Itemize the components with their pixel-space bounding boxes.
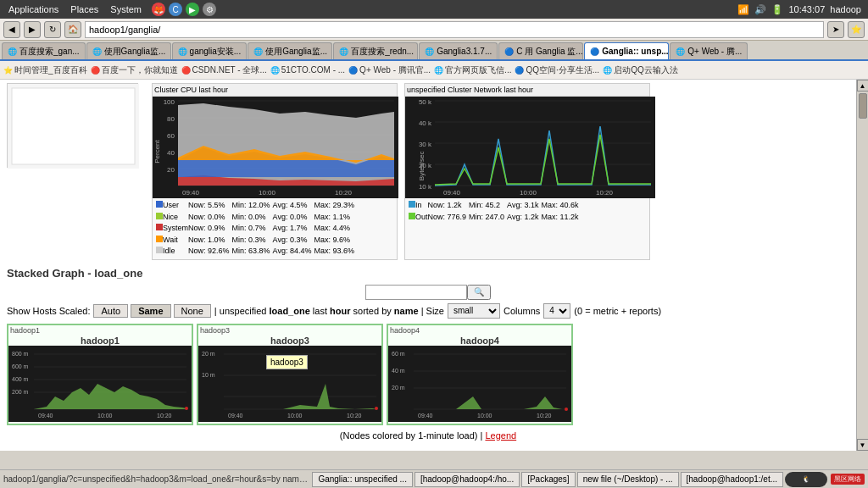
host-hadoop1[interactable]: hadoop1 hadoop1 800 m 600 m 400 m 200 m xyxy=(7,324,193,425)
show-hosts-row: Show Hosts Scaled: Auto Same None | unsp… xyxy=(7,303,849,319)
scroll-thumb[interactable] xyxy=(859,93,867,119)
hadoop1-sublabel: hadoop1 xyxy=(8,325,192,336)
back-button[interactable]: ◀ xyxy=(3,21,20,38)
forward-button[interactable]: ▶ xyxy=(24,21,41,38)
address-bar[interactable]: hadoop1/ganglia/ xyxy=(85,21,824,38)
menu-app-icons: 🦊 C ▶ ⚙ xyxy=(152,3,216,16)
svg-text:10:20: 10:20 xyxy=(157,413,172,419)
svg-text:40 m: 40 m xyxy=(392,368,405,374)
refresh-button[interactable]: ↻ xyxy=(44,21,61,38)
svg-rect-22 xyxy=(405,97,655,198)
none-button[interactable]: None xyxy=(174,304,211,318)
bookmark-0[interactable]: ⭐时间管理_百度百科 xyxy=(3,64,87,76)
scroll-down-button[interactable]: ▼ xyxy=(857,439,869,451)
bookmark-7[interactable]: 🌐启动QQ云输入法 xyxy=(603,64,678,76)
svg-text:10:00: 10:00 xyxy=(97,413,113,419)
footer-info: Ganglia Web Frontend version 3.5.1 Check… xyxy=(7,447,849,452)
bookmark-label-4: Q+ Web - 腾讯官... xyxy=(359,64,431,76)
menu-places[interactable]: Places xyxy=(65,3,103,16)
app-icon-4[interactable]: ⚙ xyxy=(203,3,216,16)
tab-label-2: ganglia安装... xyxy=(190,46,242,58)
svg-point-62 xyxy=(375,407,378,410)
app-icon-3[interactable]: ▶ xyxy=(186,3,199,16)
bookmark-6[interactable]: 🔵QQ空间·分享生活... xyxy=(515,64,599,76)
net-chart-svg: 50 k 40 k 30 k 20 k 10 k 09:40 10:00 10:… xyxy=(405,97,655,198)
bookmark-icon-1: 🔴 xyxy=(91,66,100,75)
thumbnail-chart xyxy=(8,84,139,169)
host-hadoop4[interactable]: hadoop4 hadoop4 60 m 40 m 20 m 09:40 xyxy=(387,324,573,425)
statusbar-item-4[interactable]: [hadoop@hadoop1:/et... xyxy=(681,472,783,487)
browser-tab-1[interactable]: 🌐使用Ganglia监... xyxy=(86,42,171,59)
size-select[interactable]: small medium large xyxy=(448,303,500,319)
statusbar-item-3[interactable]: new file (~/Desktop) - ... xyxy=(577,472,679,487)
hadoop1-title: hadoop1 xyxy=(8,336,192,346)
bookmark-4[interactable]: 🔵Q+ Web - 腾讯官... xyxy=(348,64,431,76)
content-area: Cluster CPU last hour 100 80 xyxy=(0,80,868,451)
menubar: Applications Places System 🦊 C ▶ ⚙ 📶 🔊 🔋… xyxy=(0,0,868,19)
browser-tab-4[interactable]: 🌐百度搜索_redn... xyxy=(333,42,418,59)
cpu-chart: Cluster CPU last hour 100 80 xyxy=(152,83,398,260)
search-input[interactable] xyxy=(365,285,467,300)
statusbar-item-2[interactable]: [Packages] xyxy=(521,472,575,487)
home-button[interactable]: 🏠 xyxy=(64,21,81,38)
cpu-chart-svg: 100 80 60 40 20 Percent xyxy=(153,97,398,198)
tab-bar: 🌐百度搜索_gan...🌐使用Ganglia监...🌐ganglia安装...🌐… xyxy=(0,41,868,61)
bookmark-icon-4: 🔵 xyxy=(348,66,358,75)
same-button[interactable]: Same xyxy=(131,304,170,318)
tab-label-1: 使用Ganglia监... xyxy=(104,46,166,58)
bookmark-icon-2: 🔴 xyxy=(181,66,191,75)
menu-system[interactable]: System xyxy=(105,3,147,16)
svg-text:10:00: 10:00 xyxy=(259,189,276,197)
check-updates-link1[interactable]: Check for Updates xyxy=(465,451,542,452)
bookmark-1[interactable]: 🔴百度一下，你就知道 xyxy=(91,64,178,76)
legend-link[interactable]: Legend xyxy=(485,430,516,441)
bookmark-label-3: 51CTO.COM - ... xyxy=(281,65,345,75)
browser-tab-3[interactable]: 🌐使用Ganglia监... xyxy=(248,42,332,59)
bookmark-2[interactable]: 🔴CSDN.NET - 全球... xyxy=(181,64,267,76)
section-title: Stacked Graph - load_one xyxy=(7,267,849,280)
bookmark-5[interactable]: 🌐官方网页版飞信... xyxy=(434,64,511,76)
net-chart: unspecified Cluster Network last hour By… xyxy=(404,83,650,260)
go-button[interactable]: ➤ xyxy=(827,21,844,38)
scroll-up-button[interactable]: ▲ xyxy=(857,80,869,92)
browser-tab-2[interactable]: 🌐ganglia安装... xyxy=(172,42,248,59)
tab-label-3: 使用Ganglia监... xyxy=(265,46,327,58)
tab-icon-1: 🌐 xyxy=(92,47,102,56)
svg-text:10:20: 10:20 xyxy=(335,189,353,197)
bookmark-icon-6: 🔵 xyxy=(515,66,524,75)
browser-tab-5[interactable]: 🌐Ganglia3.1.7... xyxy=(419,42,498,59)
browser-tab-0[interactable]: 🌐百度搜索_gan... xyxy=(2,42,86,59)
search-button[interactable]: 🔍 xyxy=(467,285,491,300)
auto-button[interactable]: Auto xyxy=(93,304,128,318)
load-section: Stacked Graph - load_one 🔍 Show Hosts Sc… xyxy=(7,267,849,452)
scrollbar-right: ▲ ▼ xyxy=(856,80,868,451)
svg-text:10:00: 10:00 xyxy=(520,189,537,197)
statusbar-item-1[interactable]: [hadoop@hadoop4:/ho... xyxy=(415,472,520,487)
net-chart-title: unspecified Cluster Network last hour xyxy=(407,86,533,94)
nodes-note: (Nodes colored by 1-minute load) | Legen… xyxy=(7,430,849,441)
cpu-chart-title: Cluster CPU last hour xyxy=(154,86,228,94)
bookmark-label-7: 启动QQ云输入法 xyxy=(614,64,678,76)
chrome-icon[interactable]: C xyxy=(169,3,182,16)
hostname-label: hadoop xyxy=(830,4,861,14)
svg-text:09:40: 09:40 xyxy=(418,413,433,419)
tab-label-7: Ganglia:: unsp... xyxy=(602,47,668,56)
tab-label-5: Ganglia3.1.7... xyxy=(437,47,492,56)
svg-point-75 xyxy=(565,408,568,411)
firefox-icon[interactable]: 🦊 xyxy=(152,3,165,16)
bookmark-button[interactable]: ⭐ xyxy=(848,21,865,38)
svg-text:09:40: 09:40 xyxy=(38,413,53,419)
browser-tab-7[interactable]: 🔵Ganglia:: unsp... xyxy=(584,42,669,59)
host-hadoop3[interactable]: hadoop3 hadoop3 20 m 10 m 09:40 10:00 xyxy=(197,324,383,425)
statusbar-item-0[interactable]: Ganglia:: unspecified ... xyxy=(312,472,413,487)
filter-text: | unspecified load_one last hour sorted … xyxy=(214,306,444,316)
tray-network-icon: 📶 xyxy=(737,4,749,15)
browser-tab-8[interactable]: 🌐Q+ Web - 腾... xyxy=(670,42,748,59)
bookmark-3[interactable]: 🌐51CTO.COM - ... xyxy=(270,65,345,75)
browser-tab-6[interactable]: 🔵C 用 Ganglia 监... xyxy=(498,42,583,59)
columns-select[interactable]: 4 3 2 1 xyxy=(543,303,570,319)
menu-applications[interactable]: Applications xyxy=(3,3,64,16)
tab-icon-0: 🌐 xyxy=(8,47,17,56)
clock: 10:43:07 xyxy=(788,4,825,14)
svg-text:Percent: Percent xyxy=(153,139,161,163)
